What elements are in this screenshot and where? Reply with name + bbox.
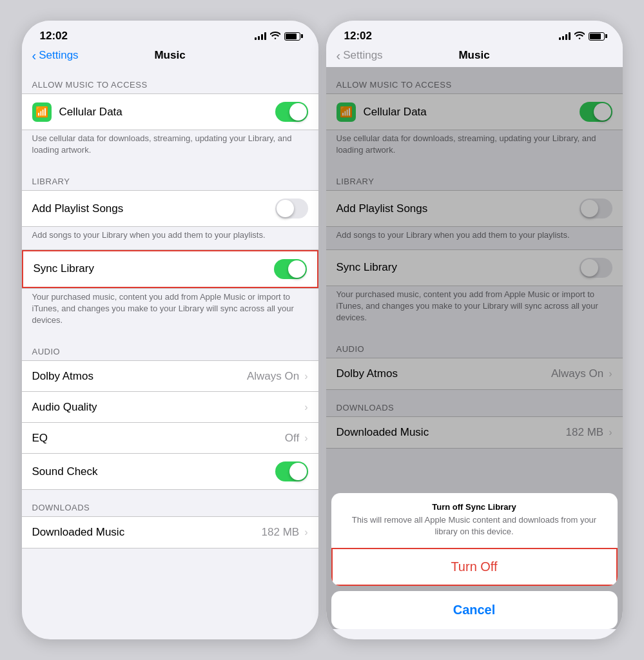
action-sheet-message: This will remove all Apple Music content… [331, 514, 618, 548]
downloads-group-right: Downloaded Music 182 MB › [326, 416, 623, 449]
sync-library-label-left: Sync Library [34, 262, 94, 275]
section-header-library-left: LIBRARY [22, 164, 318, 190]
sync-library-toggle-left[interactable] [274, 259, 307, 279]
add-playlist-label-right: Add Playlist Songs [337, 202, 428, 215]
cellular-icon-glyph-right: 📶 [340, 106, 353, 118]
cellular-icon-glyph-left: 📶 [35, 106, 48, 118]
audio-quality-chevron-left: › [304, 402, 307, 413]
dolby-atmos-label-right: Dolby Atmos [337, 367, 398, 380]
dolby-atmos-row-left[interactable]: Dolby Atmos Always On › [22, 361, 318, 392]
downloaded-music-value-right: 182 MB [566, 426, 604, 439]
signal-icon-right [559, 32, 571, 40]
phones-container: 12:02 ‹ Settings [12, 10, 633, 650]
right-phone: 12:02 ‹ Settings [326, 21, 623, 639]
cellular-toggle-right[interactable] [580, 102, 612, 122]
sync-library-label-right: Sync Library [337, 261, 397, 274]
downloaded-music-chevron-right: › [609, 427, 612, 438]
status-time-left: 12:02 [40, 30, 68, 43]
battery-icon-left [284, 32, 300, 41]
library-group1-left: Add Playlist Songs [22, 190, 318, 227]
audio-quality-row-left[interactable]: Audio Quality › [22, 392, 318, 423]
cellular-icon-left: 📶 [32, 102, 52, 122]
sync-library-toggle-knob-right [581, 259, 598, 277]
library-group2-left: Sync Library [22, 249, 318, 289]
downloaded-music-row-right[interactable]: Downloaded Music 182 MB › [326, 417, 623, 448]
left-phone: 12:02 ‹ Settings [22, 21, 318, 639]
allow-music-group-right: 📶 Cellular Data [326, 93, 623, 130]
back-label-left: Settings [39, 49, 78, 62]
turn-off-label: Turn Off [451, 559, 497, 574]
cellular-icon-right: 📶 [337, 102, 356, 122]
downloads-group-left: Downloaded Music 182 MB › [22, 516, 318, 548]
section-header-downloads-left: DOWNLOADS [22, 490, 318, 516]
sound-check-toggle-knob-left [289, 463, 307, 480]
sync-library-desc-right: Your purchased music, content you add fr… [326, 286, 623, 332]
add-playlist-toggle-left[interactable] [275, 199, 308, 218]
eq-label-left: EQ [32, 432, 48, 445]
cellular-label-right: Cellular Data [364, 106, 427, 119]
audio-group-right: Dolby Atmos Always On › [326, 358, 623, 390]
wifi-icon-left [270, 32, 280, 41]
settings-content-left: ALLOW MUSIC TO ACCESS 📶 Cellular Data Us… [22, 67, 318, 629]
section-header-audio-right: AUDIO [326, 331, 623, 358]
add-playlist-desc-left: Add songs to your Library when you add t… [22, 227, 318, 249]
action-sheet: Turn off Sync Library This will remove a… [326, 493, 623, 639]
section-header-allow-right: ALLOW MUSIC TO ACCESS [326, 67, 623, 93]
action-sheet-box: Turn off Sync Library This will remove a… [331, 493, 618, 586]
downloaded-music-label-right: Downloaded Music [337, 426, 429, 439]
back-button-left[interactable]: ‹ Settings [32, 48, 79, 63]
wifi-icon-right [574, 32, 585, 41]
library-group1-right: Add Playlist Songs [326, 190, 623, 227]
cellular-data-row-left[interactable]: 📶 Cellular Data [22, 94, 318, 130]
back-label-right: Settings [343, 49, 382, 62]
cellular-toggle-knob-right [594, 103, 611, 121]
status-bar-left: 12:02 [22, 21, 318, 46]
dolby-atmos-label-left: Dolby Atmos [32, 370, 93, 383]
cancel-button[interactable]: Cancel [331, 591, 618, 629]
back-button-right[interactable]: ‹ Settings [337, 48, 383, 63]
downloaded-music-chevron-left: › [304, 527, 307, 538]
dolby-atmos-chevron-left: › [304, 371, 307, 382]
status-time-right: 12:02 [344, 30, 372, 43]
add-playlist-row-right[interactable]: Add Playlist Songs [326, 191, 623, 226]
cellular-desc-right: Use cellular data for downloads, streami… [326, 130, 623, 164]
sync-library-row-right[interactable]: Sync Library [326, 250, 623, 286]
sync-library-toggle-knob-left [288, 260, 306, 278]
cellular-desc-left: Use cellular data for downloads, streami… [22, 130, 318, 164]
add-playlist-row-left[interactable]: Add Playlist Songs [22, 191, 318, 226]
back-chevron-right: ‹ [337, 48, 341, 63]
sync-library-row-left[interactable]: Sync Library [22, 250, 318, 288]
allow-music-group-left: 📶 Cellular Data [22, 93, 318, 130]
dolby-atmos-row-right[interactable]: Dolby Atmos Always On › [326, 358, 623, 389]
sync-library-desc-left: Your purchased music, content you add fr… [22, 289, 318, 335]
eq-row-left[interactable]: EQ Off › [22, 423, 318, 454]
sound-check-label-left: Sound Check [32, 465, 98, 478]
sound-check-row-left[interactable]: Sound Check [22, 454, 318, 489]
sync-library-toggle-right[interactable] [580, 258, 612, 278]
turn-off-button[interactable]: Turn Off [331, 548, 618, 586]
section-header-library-right: LIBRARY [326, 164, 623, 190]
downloaded-music-row-left[interactable]: Downloaded Music 182 MB › [22, 517, 318, 548]
add-playlist-toggle-right[interactable] [580, 199, 612, 218]
add-playlist-toggle-knob-left [277, 200, 294, 217]
action-sheet-title: Turn off Sync Library [331, 493, 618, 514]
nav-title-right: Music [458, 49, 489, 62]
cellular-data-left-left: 📶 Cellular Data [32, 102, 275, 122]
audio-group-left: Dolby Atmos Always On › Audio Quality › … [22, 360, 318, 490]
cellular-label-left: Cellular Data [59, 106, 122, 119]
downloaded-music-value-left: 182 MB [262, 526, 300, 539]
back-chevron-left: ‹ [32, 48, 37, 63]
nav-bar-right: ‹ Settings Music [326, 46, 623, 67]
section-header-audio-left: AUDIO [22, 334, 318, 360]
status-bar-right: 12:02 [326, 21, 623, 46]
status-icons-left [255, 32, 300, 41]
cellular-data-row-right[interactable]: 📶 Cellular Data [326, 94, 623, 130]
dolby-atmos-value-left: Always On [247, 370, 299, 383]
dolby-atmos-chevron-right: › [609, 368, 612, 380]
add-playlist-toggle-knob-right [581, 200, 598, 217]
sound-check-toggle-left[interactable] [275, 461, 308, 481]
nav-bar-left: ‹ Settings Music [22, 46, 318, 67]
downloaded-music-label-left: Downloaded Music [32, 526, 125, 539]
audio-quality-label-left: Audio Quality [32, 401, 97, 414]
cellular-toggle-left[interactable] [275, 102, 308, 122]
